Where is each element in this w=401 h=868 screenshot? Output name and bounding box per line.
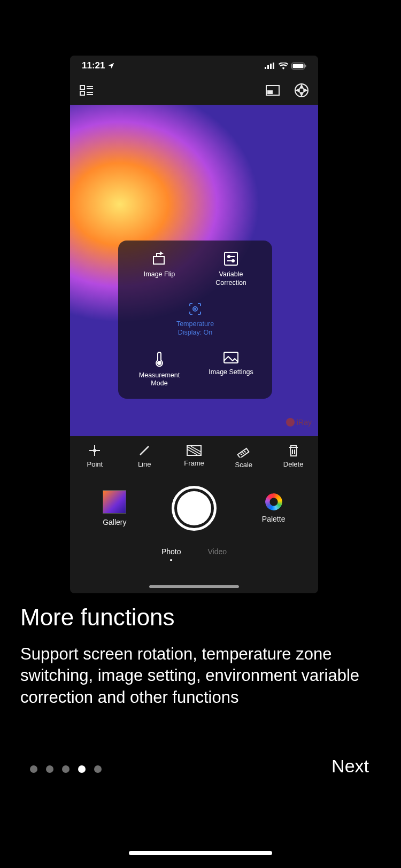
image-settings-button[interactable]: Image Settings	[199, 351, 263, 388]
shutter-inner	[177, 491, 211, 525]
svg-line-29	[140, 446, 149, 455]
gallery-button[interactable]: Gallery	[82, 490, 146, 526]
shutter-button[interactable]	[172, 486, 217, 531]
svg-line-32	[188, 449, 197, 455]
status-time: 11:21	[82, 60, 115, 71]
tool-delete-label: Delete	[273, 460, 314, 468]
svg-rect-25	[224, 352, 238, 363]
svg-point-23	[195, 308, 196, 309]
tool-scale-label: Scale	[223, 461, 265, 469]
image-settings-label: Image Settings	[199, 368, 263, 377]
shutter-aperture-icon[interactable]	[295, 83, 309, 97]
image-icon	[223, 351, 239, 364]
trash-icon	[288, 444, 299, 457]
svg-rect-1	[267, 65, 269, 69]
page-dot-active	[78, 765, 86, 773]
capture-modes: Photo Video	[70, 543, 318, 572]
tool-point-label: Point	[74, 460, 115, 468]
image-flip-button[interactable]: Image Flip	[127, 251, 191, 287]
svg-rect-5	[293, 64, 304, 68]
svg-line-37	[244, 451, 245, 453]
battery-icon	[291, 63, 306, 69]
tool-frame[interactable]: Frame	[173, 445, 215, 467]
status-bar: 11:21	[70, 56, 318, 76]
pip-icon[interactable]	[266, 85, 280, 96]
svg-point-19	[228, 255, 230, 258]
svg-rect-3	[273, 63, 274, 69]
temperature-display-label: Temperature Display: On	[124, 320, 267, 337]
thermal-viewport: Image Flip Variable Correction Temperatu…	[70, 105, 318, 436]
svg-line-33	[191, 446, 200, 452]
gallery-thumbnail	[103, 490, 126, 514]
svg-point-28	[94, 449, 96, 452]
svg-rect-0	[265, 67, 266, 69]
measurement-mode-button[interactable]: Measurement Mode	[127, 351, 191, 388]
tool-line-label: Line	[124, 460, 165, 468]
line-icon	[138, 444, 151, 457]
crosshair-icon	[188, 301, 203, 316]
page-indicator-dots	[30, 765, 102, 773]
embedded-device-screenshot: 11:21 Image Flip	[70, 56, 318, 593]
tool-line[interactable]: Line	[124, 444, 165, 468]
measurement-toolbar: Point Line Frame Scale Delete	[70, 436, 318, 474]
page-dot	[94, 765, 102, 773]
frame-icon	[187, 445, 202, 456]
page-dot	[62, 765, 70, 773]
onboarding-body: Support screen rotation, temperature zon…	[20, 644, 375, 708]
svg-rect-2	[270, 64, 272, 69]
svg-rect-17	[225, 252, 237, 265]
temperature-display-toggle[interactable]: Temperature Display: On	[124, 301, 267, 337]
sliders-icon	[223, 251, 238, 266]
measurement-mode-label: Measurement Mode	[127, 371, 191, 388]
home-indicator	[129, 851, 272, 855]
page-dot	[46, 765, 53, 773]
cellular-icon	[265, 63, 275, 69]
svg-line-36	[242, 452, 244, 454]
variable-correction-label: Variable Correction	[199, 270, 263, 287]
tool-point[interactable]: Point	[74, 444, 115, 468]
brand-dot-icon	[286, 418, 295, 427]
wifi-icon	[279, 63, 288, 69]
variable-correction-button[interactable]: Variable Correction	[199, 251, 263, 287]
flip-icon	[151, 251, 167, 266]
brand-text: iRay	[297, 418, 312, 427]
point-icon	[88, 444, 101, 457]
next-button[interactable]: Next	[331, 756, 369, 777]
top-toolbar	[70, 76, 318, 105]
svg-rect-6	[305, 65, 306, 67]
clock-text: 11:21	[82, 60, 105, 71]
tool-frame-label: Frame	[173, 459, 215, 467]
thermometer-icon	[153, 351, 165, 367]
palette-button[interactable]: Palette	[242, 493, 306, 523]
palette-label: Palette	[242, 515, 306, 523]
onboarding-title: More functions	[20, 604, 175, 631]
palette-wheel-icon	[265, 493, 282, 510]
functions-panel: Image Flip Variable Correction Temperatu…	[118, 241, 272, 399]
tool-delete[interactable]: Delete	[273, 444, 314, 468]
mode-photo[interactable]: Photo	[161, 547, 181, 561]
image-flip-label: Image Flip	[127, 270, 191, 279]
list-view-icon[interactable]	[80, 85, 94, 96]
svg-rect-7	[80, 86, 84, 89]
device-home-indicator	[149, 585, 239, 588]
capture-row: Gallery Palette	[70, 474, 318, 543]
svg-rect-16	[153, 257, 164, 264]
svg-point-21	[232, 260, 234, 262]
location-arrow-icon	[107, 62, 115, 69]
gallery-label: Gallery	[82, 518, 146, 526]
tool-scale[interactable]: Scale	[223, 444, 265, 469]
svg-rect-8	[80, 91, 84, 95]
svg-rect-14	[267, 90, 273, 94]
svg-line-35	[241, 453, 242, 455]
svg-point-24	[158, 361, 161, 365]
mode-video[interactable]: Video	[208, 547, 227, 556]
page-dot	[30, 765, 37, 773]
brand-watermark: iRay	[286, 418, 312, 427]
ruler-icon	[237, 444, 251, 458]
